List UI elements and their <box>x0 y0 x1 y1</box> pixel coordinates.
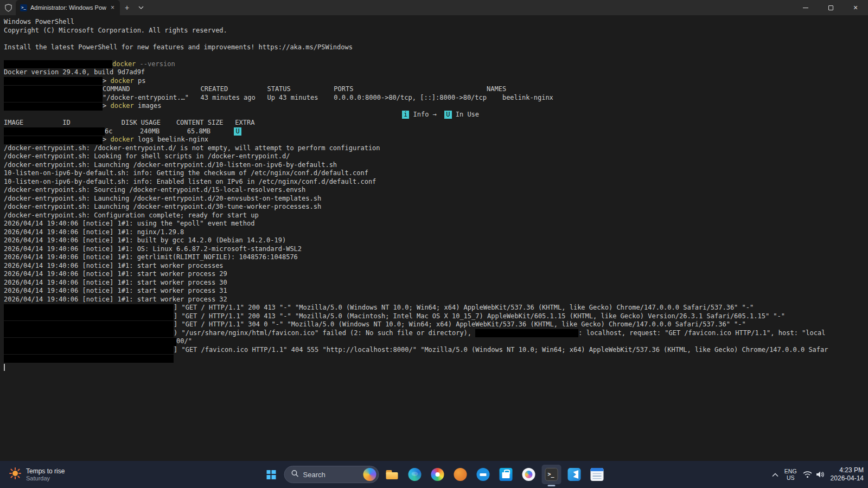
maximize-icon <box>828 5 833 10</box>
titlebar: >_ Administrator: Windows Pow × + × <box>0 0 868 15</box>
terminal-text: > <box>103 136 110 143</box>
terminal-line: 10-listen-on-ipv6-by-default.sh: info: E… <box>4 178 868 187</box>
admin-shield-icon <box>4 4 12 12</box>
tab-close-icon[interactable]: × <box>110 4 116 11</box>
weather-headline: Temps to rise <box>26 467 65 475</box>
photos-icon[interactable] <box>428 465 448 484</box>
language-region: US <box>784 474 797 481</box>
file-explorer-logo <box>386 468 399 481</box>
terminal-line: ] "GET / HTTP/1.1" 200 413 "-" "Mozilla/… <box>4 312 868 321</box>
copilot-icon[interactable] <box>519 465 539 484</box>
terminal-text: 2026/04/14 19:40:06 [notice] 1#1: start … <box>4 287 227 294</box>
terminal-text: 2026/04/14 19:40:06 [notice] 1#1: getrli… <box>4 253 298 261</box>
terminal-text: /docker-entrypoint.sh: Configuration com… <box>4 211 259 219</box>
taskbar-clock[interactable]: 4:23 PM 2026-04-14 <box>831 466 864 483</box>
terminal-line: 10-listen-on-ipv6-by-default.sh: info: G… <box>4 169 868 178</box>
terminal-line: 2026/04/14 19:40:06 [notice] 1#1: built … <box>4 236 868 245</box>
terminal-line: ] "GET /favicon.ico HTTP/1.1" 404 555 "h… <box>4 346 868 355</box>
clock-date: 2026-04-14 <box>831 474 864 483</box>
terminal-text: docker <box>110 136 133 143</box>
terminal-line: 2026/04/14 19:40:06 [notice] 1#1: getrli… <box>4 253 868 262</box>
terminal-text: /docker-entrypoint.sh: /docker-entrypoin… <box>4 144 380 152</box>
terminal-tab[interactable]: >_ Administrator: Windows Pow × <box>16 0 120 15</box>
close-button[interactable]: × <box>843 0 868 15</box>
copilot-logo <box>522 468 535 481</box>
terminal-text: > <box>103 102 110 110</box>
terminal-line: /docker-entrypoint.sh: Sourcing /docker-… <box>4 186 868 195</box>
terminal-text: 2026/04/14 19:40:06 [notice] 1#1: nginx/… <box>4 228 184 236</box>
minimize-icon <box>803 8 808 8</box>
minimize-button[interactable] <box>793 0 818 15</box>
new-tab-button[interactable]: + <box>120 0 134 15</box>
terminal-text: 2026/04/14 19:40:06 [notice] 1#1: built … <box>4 236 286 244</box>
file-explorer-icon[interactable] <box>382 465 402 484</box>
terminal-text: In Use <box>452 111 480 118</box>
terminal-line: 6c 240MB 65.8MB U <box>4 127 868 136</box>
terminal-text: ] "GET / HTTP/1.1" 304 0 "-" "Mozilla/5.… <box>174 320 746 328</box>
start-button[interactable] <box>261 465 281 484</box>
redaction-box <box>4 304 174 312</box>
powershell-icon: >_ <box>20 4 27 11</box>
terminal-text: docker <box>110 102 133 110</box>
terminal-text: Docker version 29.4.0, build 9d7ad9f <box>4 68 145 76</box>
windows-terminal-icon[interactable] <box>542 465 561 484</box>
terminal-text: /docker-entrypoint.sh: Launching /docker… <box>4 195 321 202</box>
tab-dropdown-button[interactable] <box>134 0 148 15</box>
terminal-text: > <box>103 77 110 85</box>
terminal-line: IMAGE ID DISK USAGE CONTENT SIZE EXTRA <box>4 119 868 127</box>
close-icon: × <box>853 4 858 11</box>
microsoft-store-icon[interactable] <box>496 465 516 484</box>
terminal-text: 2026/04/14 19:40:06 [notice] 1#1: using … <box>4 220 254 227</box>
terminal-line: 2026/04/14 19:40:06 [notice] 1#1: start … <box>4 279 868 287</box>
taskbar: Temps to rise Saturday Search ENG US <box>0 461 868 488</box>
terminal-line: > docker images <box>4 102 868 111</box>
maximize-button[interactable] <box>818 0 843 15</box>
terminal-text: Copyright (C) Microsoft Corporation. All… <box>4 27 227 34</box>
chevron-down-icon <box>138 6 144 9</box>
terminal-cursor <box>4 364 5 371</box>
docker-desktop-icon[interactable] <box>474 465 493 484</box>
microsoft-store-logo <box>500 468 513 481</box>
claude-icon[interactable] <box>451 465 470 484</box>
terminal-text: 2026/04/14 19:40:06 [notice] 1#1: start … <box>4 270 227 278</box>
terminal-line <box>4 354 868 363</box>
extra-flag-badge: i <box>402 111 409 119</box>
weather-widget[interactable]: Temps to rise Saturday <box>5 461 68 488</box>
redaction-box <box>4 86 103 94</box>
terminal-text: 10-listen-on-ipv6-by-default.sh: info: G… <box>4 169 368 177</box>
terminal-text: Windows PowerShell <box>4 18 74 25</box>
tray-icons-button[interactable] <box>803 471 825 478</box>
terminal-text: 00/" <box>176 337 192 345</box>
notepad-icon[interactable] <box>588 465 607 484</box>
terminal-text: 2026/04/14 19:40:06 [notice] 1#1: start … <box>4 262 224 269</box>
claude-logo <box>454 468 467 481</box>
language-switcher[interactable]: ENG US <box>784 468 797 481</box>
terminal-line: 2026/04/14 19:40:06 [notice] 1#1: start … <box>4 270 868 279</box>
window-controls: × <box>793 0 868 15</box>
terminal-text: /docker-entrypoint.sh: Looking for shell… <box>4 152 290 160</box>
search-input[interactable]: Search <box>284 466 379 483</box>
terminal-text: 6c 240MB 65.8MB <box>105 127 234 135</box>
terminal-line: ] "GET / HTTP/1.1" 200 413 "-" "Mozilla/… <box>4 304 868 312</box>
terminal-line: 2026/04/14 19:40:06 [notice] 1#1: using … <box>4 220 868 228</box>
terminal-line: Windows PowerShell <box>4 18 868 27</box>
terminal-text: docker <box>110 77 133 85</box>
terminal-line: 2026/04/14 19:40:06 [notice] 1#1: start … <box>4 262 868 271</box>
tray-chevron-up-button[interactable] <box>772 470 778 479</box>
terminal-text: 2026/04/14 19:40:06 [notice] 1#1: OS: Li… <box>4 245 302 253</box>
terminal-line: Install the latest PowerShell for new fe… <box>4 43 868 52</box>
vscode-icon[interactable] <box>565 465 584 484</box>
redaction-box <box>4 355 174 363</box>
weather-text: Temps to rise Saturday <box>26 467 65 481</box>
search-placeholder: Search <box>303 471 359 479</box>
edge-icon[interactable] <box>405 465 425 484</box>
redaction-box <box>4 329 174 337</box>
terminal-output[interactable]: Windows PowerShellCopyright (C) Microsof… <box>0 15 868 461</box>
terminal-line: COMMAND CREATED STATUS PORTS NAMES <box>4 85 868 94</box>
terminal-text: COMMAND CREATED STATUS PORTS NAMES <box>103 85 506 93</box>
taskbar-pinned-apps <box>382 465 607 484</box>
redaction-box <box>4 102 103 111</box>
search-icon <box>291 470 299 479</box>
terminal-line: 2026/04/14 19:40:06 [notice] 1#1: start … <box>4 287 868 296</box>
extra-flag-badge: U <box>444 111 451 119</box>
